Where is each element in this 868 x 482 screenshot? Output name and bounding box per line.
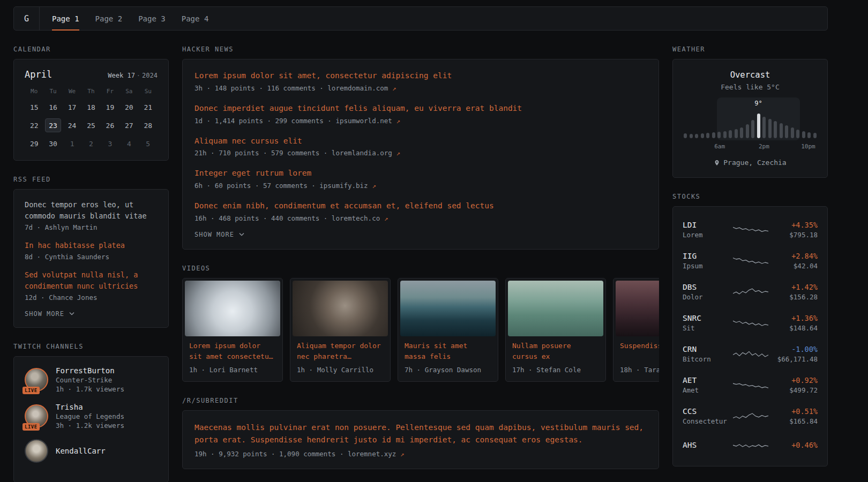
stock-row[interactable]: SNRCSit+1.36%$148.64 <box>683 307 818 338</box>
video-meta: 7h · Grayson Dawson <box>405 366 491 374</box>
hackernews-item-meta: 1d · 1,414 points · 299 comments · ipsum… <box>194 117 647 125</box>
rss-widget: RSS FEED Donec tempor eros leo, ut commo… <box>13 176 169 328</box>
video-meta: 18h · Tara <box>620 366 659 374</box>
twitch-channel[interactable]: KendallCarr <box>25 439 158 463</box>
video-card-body: Aliquam tempor dolor nec pharetra…1h · M… <box>293 336 388 379</box>
hackernews-item: Integer eget rutrum lorem6h · 60 points … <box>194 168 647 190</box>
calendar-month: April <box>25 69 52 80</box>
stock-row[interactable]: AHS+0.46% <box>683 432 818 458</box>
stock-row[interactable]: CRNBitcorn-1.00%$66,171.48 <box>683 338 818 370</box>
hackernews-item-title[interactable]: Integer eget rutrum lorem <box>194 168 647 179</box>
stock-spark-wrap <box>733 223 768 237</box>
weather-location-row: Prague, Czechia <box>684 159 817 167</box>
tab-page-4[interactable]: Page 4 <box>174 7 217 30</box>
twitch-card: LIVEForrestBurtonCounter-Strike1h · 1.7k… <box>13 356 169 482</box>
stock-row[interactable]: CCSConsectetur+0.51%$165.84 <box>683 401 818 432</box>
video-card[interactable]: Mauris sit amet massa felis7h · Grayson … <box>398 278 498 382</box>
tab-page-1[interactable]: Page 1 <box>44 7 87 30</box>
hackernews-item-title[interactable]: Donec imperdiet augue tincidunt felis al… <box>194 103 647 115</box>
calendar-dow-label: Sa <box>119 87 138 96</box>
video-thumbnail <box>616 281 659 336</box>
stock-spark-wrap <box>733 347 768 361</box>
hackernews-show-more-button[interactable]: SHOW MORE <box>194 231 647 238</box>
video-card[interactable]: Aliquam tempor dolor nec pharetra…1h · M… <box>290 278 391 382</box>
rss-item-title[interactable]: Sed volutpat nulla nisl, a condimentum n… <box>25 269 158 292</box>
stock-sparkline <box>733 347 768 361</box>
weather-bar <box>729 130 732 138</box>
rss-item-title[interactable]: In hac habitasse platea <box>25 240 158 251</box>
video-meta: 1h · Molly Carrillo <box>297 366 384 374</box>
stock-change: +1.36% <box>773 314 818 322</box>
calendar-dow-label: Su <box>139 87 158 96</box>
stock-spark-wrap <box>733 254 768 268</box>
topbar: G Page 1Page 2Page 3Page 4 <box>13 6 828 31</box>
stock-identity: SNRCSit <box>683 314 729 332</box>
video-title[interactable]: Suspendisse diam <box>620 341 659 362</box>
video-thumbnail <box>400 281 496 336</box>
weather-bar <box>813 133 817 138</box>
twitch-channel[interactable]: LIVEForrestBurtonCounter-Strike1h · 1.7k… <box>25 366 158 393</box>
twitch-channel[interactable]: LIVETrishaLeague of Legends3h · 1.2k vie… <box>25 403 158 430</box>
rss-card: Donec tempor eros leo, ut commodo mauris… <box>13 189 169 328</box>
stock-change: +4.35% <box>773 221 818 229</box>
stock-values: +4.35%$795.18 <box>773 221 818 239</box>
calendar-day: 4 <box>121 137 137 150</box>
stock-row[interactable]: LDILorem+4.35%$795.18 <box>683 214 818 245</box>
app-logo[interactable]: G <box>14 7 40 30</box>
rss-list: Donec tempor eros leo, ut commodo mauris… <box>25 199 158 302</box>
weather-time-label: 2pm <box>759 143 769 150</box>
video-title[interactable]: Lorem ipsum dolor sit amet consectetu… <box>189 341 276 362</box>
stock-sparkline <box>733 316 768 330</box>
calendar-day: 22 <box>26 118 42 132</box>
calendar-day: 2 <box>83 137 99 150</box>
rss-item-meta: 12d · Chance Jones <box>25 293 158 302</box>
stock-row[interactable]: AETAmet+0.92%$499.72 <box>683 370 818 401</box>
subreddit-item-title[interactable]: Maecenas mollis pulvinar erat non posuer… <box>194 421 647 446</box>
video-title[interactable]: Aliquam tempor dolor nec pharetra… <box>297 341 384 362</box>
calendar-widget: CALENDAR April Week 17·2024 MoTuWeThFrSa… <box>13 46 169 161</box>
widget-label-twitch: TWITCH CHANNELS <box>13 343 169 350</box>
twitch-channel-list: LIVEForrestBurtonCounter-Strike1h · 1.7k… <box>25 366 158 463</box>
rss-item-title[interactable]: Donec tempor eros leo, ut commodo mauris… <box>25 199 158 222</box>
subreddit-widget: /R/SUBREDDIT Maecenas mollis pulvinar er… <box>182 397 659 469</box>
stock-name: Sit <box>683 324 729 332</box>
avatar <box>25 439 48 463</box>
weather-bar <box>746 124 749 138</box>
video-title[interactable]: Mauris sit amet massa felis <box>405 341 491 362</box>
stock-name: Bitcorn <box>683 355 729 363</box>
stock-sparkline <box>733 254 768 268</box>
stock-row[interactable]: DBSDolor+1.42%$156.28 <box>683 276 818 307</box>
video-card[interactable]: Suspendisse diam18h · Tara <box>613 278 659 382</box>
video-card[interactable]: Nullam posuere cursus ex17h · Stefan Col… <box>505 278 606 382</box>
tab-page-3[interactable]: Page 3 <box>130 7 174 30</box>
video-card-body: Nullam posuere cursus ex17h · Stefan Col… <box>508 336 603 379</box>
tab-page-2[interactable]: Page 2 <box>87 7 131 30</box>
video-thumbnail <box>508 281 603 336</box>
stock-price: $42.04 <box>773 262 818 270</box>
stock-ticker: SNRC <box>683 314 729 322</box>
rss-show-more-button[interactable]: SHOW MORE <box>25 310 158 318</box>
stock-values: +1.42%$156.28 <box>773 283 818 301</box>
stock-sparkline <box>733 438 768 452</box>
hackernews-item-title[interactable]: Aliquam nec cursus elit <box>194 135 647 147</box>
weather-bar <box>690 134 693 138</box>
stocks-widget: STOCKS LDILorem+4.35%$795.18IIGIpsum+2.8… <box>672 193 828 466</box>
widget-label-rss: RSS FEED <box>13 176 169 183</box>
hackernews-item-title[interactable]: Donec enim nibh, condimentum et accumsan… <box>194 200 647 212</box>
hackernews-item-title[interactable]: Lorem ipsum dolor sit amet, consectetur … <box>194 70 647 82</box>
rss-item: In hac habitasse platea8d · Cynthia Saun… <box>25 240 158 261</box>
widget-label-weather: WEATHER <box>672 46 828 53</box>
video-card[interactable]: Lorem ipsum dolor sit amet consectetu…1h… <box>182 278 283 382</box>
stock-row[interactable]: IIGIpsum+2.84%$42.04 <box>683 245 818 276</box>
weather-bar <box>723 131 727 138</box>
twitch-channel-category: Counter-Strike <box>56 376 124 384</box>
calendar-day: 3 <box>102 137 118 150</box>
weather-bar <box>695 134 698 138</box>
twitch-avatar: LIVE <box>25 368 48 391</box>
weather-bar <box>791 127 794 138</box>
video-title[interactable]: Nullam posuere cursus ex <box>512 341 599 362</box>
stock-change: +2.84% <box>773 252 818 260</box>
video-card-body: Lorem ipsum dolor sit amet consectetu…1h… <box>185 336 280 379</box>
stock-change: +0.46% <box>773 441 818 449</box>
stock-change: +1.42% <box>773 283 818 291</box>
